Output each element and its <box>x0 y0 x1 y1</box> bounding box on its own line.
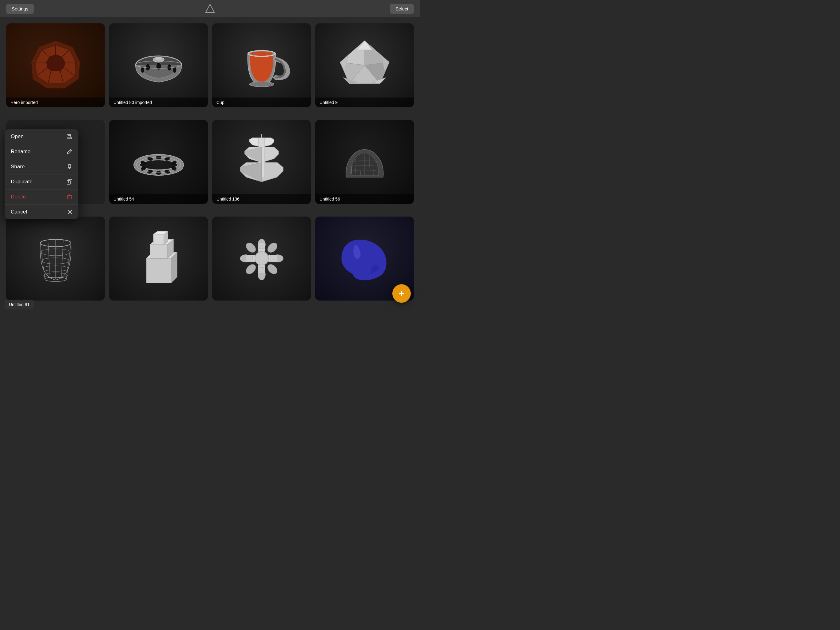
svg-rect-73 <box>150 245 167 258</box>
grid-item-untitled-54[interactable]: Untitled 54 <box>109 120 208 204</box>
grid-item-untitled-80[interactable]: Untitled 80 imported <box>109 24 208 108</box>
svg-point-95 <box>244 241 257 254</box>
duplicate-icon <box>67 179 72 185</box>
grid-item-gear[interactable] <box>212 217 311 301</box>
svg-point-87 <box>266 263 279 275</box>
context-menu-rename-label: Rename <box>11 149 30 155</box>
settings-button[interactable]: Settings <box>6 4 34 14</box>
context-menu-open-label: Open <box>11 133 24 140</box>
grid-item-hero-imported-label: Hero imported <box>6 98 105 108</box>
svg-point-18 <box>155 57 163 60</box>
grid-item-untitled-80-label: Untitled 80 imported <box>109 98 208 108</box>
add-icon: + <box>399 288 405 299</box>
grid-item-tower[interactable] <box>109 217 208 301</box>
share-icon <box>67 164 72 169</box>
svg-point-96 <box>255 252 268 265</box>
svg-rect-76 <box>153 234 164 245</box>
svg-point-20 <box>146 64 150 71</box>
context-menu-duplicate-label: Duplicate <box>11 179 33 185</box>
svg-point-27 <box>249 82 274 87</box>
svg-point-26 <box>250 51 273 56</box>
grid-item-untitled-9-label: Untitled 9 <box>315 98 414 108</box>
svg-point-21 <box>167 64 172 71</box>
header: Settings Select <box>0 0 420 17</box>
svg-line-97 <box>70 150 71 151</box>
grid-item-cup-label: Cup <box>212 98 311 108</box>
pencil-icon <box>67 149 72 154</box>
svg-point-91 <box>244 263 257 275</box>
trash-icon <box>67 194 72 199</box>
grid-item-untitled-54-label: Untitled 54 <box>109 194 208 204</box>
context-menu-share-label: Share <box>11 164 25 170</box>
grid-item-untitled-136-label: Untitled 136 <box>212 194 311 204</box>
untitled91-badge: Untitled 91 <box>5 300 34 309</box>
context-menu-open[interactable]: Open <box>5 129 78 144</box>
svg-rect-101 <box>68 196 71 199</box>
grid-item-untitled-9[interactable]: Untitled 9 <box>315 24 414 108</box>
grid-item-hero-imported[interactable]: Hero imported <box>6 24 105 108</box>
context-menu-cancel[interactable]: Cancel <box>5 204 78 219</box>
context-menu: Open Rename Share <box>5 129 78 219</box>
open-icon <box>66 133 72 140</box>
svg-point-19 <box>156 62 161 70</box>
context-menu-duplicate[interactable]: Duplicate <box>5 174 78 190</box>
app-logo <box>204 3 216 14</box>
svg-rect-70 <box>146 258 171 283</box>
svg-point-82 <box>258 248 265 251</box>
select-button[interactable]: Select <box>390 4 414 14</box>
grid-item-untitled-56[interactable]: Untitled 56 <box>315 120 414 204</box>
add-button[interactable]: + <box>392 284 411 303</box>
context-menu-rename[interactable]: Rename <box>5 144 78 159</box>
grid-item-untitled-136[interactable]: Untitled 136 <box>212 120 311 204</box>
context-menu-delete[interactable]: Delete <box>5 190 78 204</box>
svg-rect-98 <box>68 165 71 168</box>
context-menu-cancel-label: Cancel <box>11 209 27 215</box>
grid-item-cup[interactable]: Cup <box>212 24 311 108</box>
grid-item-untitled-56-label: Untitled 56 <box>315 194 414 204</box>
context-menu-delete-label: Delete <box>11 194 26 200</box>
context-menu-share[interactable]: Share <box>5 159 78 174</box>
grid-item-cup2[interactable] <box>6 217 105 301</box>
svg-point-83 <box>266 241 279 254</box>
close-icon <box>67 209 72 214</box>
